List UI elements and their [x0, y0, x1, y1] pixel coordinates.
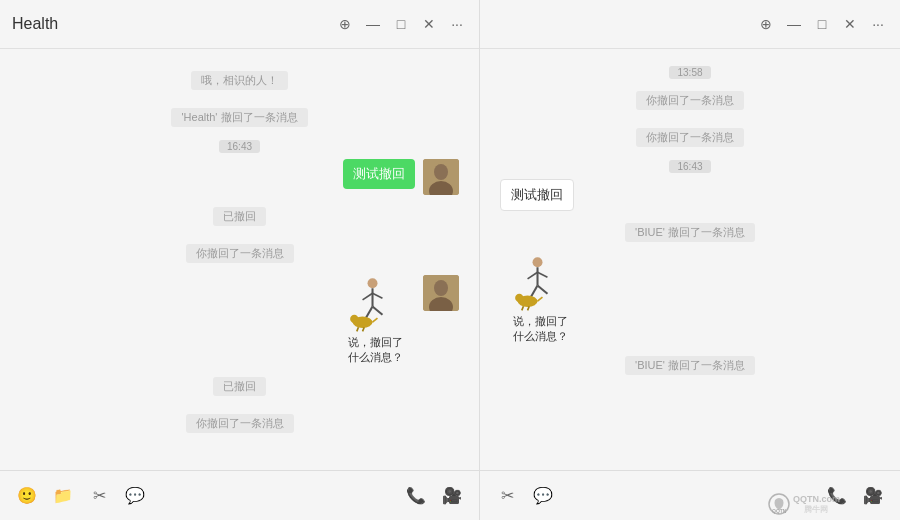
right-time-text-2: 16:43: [669, 160, 710, 173]
subtract-icon[interactable]: —: [363, 14, 383, 34]
right-emoji-icon[interactable]: 💬: [532, 485, 554, 507]
system-msg-5: 已撤回: [20, 371, 459, 402]
watermark-logo: QQTN QQTN.com 腾牛网: [767, 492, 840, 516]
svg-text:QQTN: QQTN: [772, 508, 787, 514]
right-panel: ⊕ — □ ✕ ··· 13:58 你撤回了一条消息 你撤回了一条消息 16:4…: [480, 0, 900, 520]
right-header-icons: ⊕ — □ ✕ ···: [756, 14, 888, 34]
svg-line-25: [538, 297, 543, 301]
svg-line-22: [538, 285, 548, 293]
svg-line-19: [528, 272, 538, 279]
more-icon[interactable]: ···: [447, 14, 467, 34]
right-close-icon[interactable]: ✕: [840, 14, 860, 34]
right-maximize-icon[interactable]: □: [812, 14, 832, 34]
right-subtract-icon[interactable]: —: [784, 14, 804, 34]
left-chat-title: Health: [12, 15, 58, 33]
sticker-content-right: 说，撤回了什么消息？: [335, 275, 415, 365]
right-sys-text-1: 你撤回了一条消息: [636, 91, 744, 110]
sticker-right-1: 说，撤回了什么消息？: [20, 275, 459, 365]
sticker-text-right: 说，撤回了什么消息？: [348, 335, 403, 365]
svg-line-7: [366, 306, 373, 318]
system-msg-6: 你撤回了一条消息: [20, 408, 459, 439]
maximize-icon[interactable]: □: [391, 14, 411, 34]
right-sys-text-3: 'BIUE' 撤回了一条消息: [625, 223, 755, 242]
svg-point-15: [434, 280, 448, 296]
right-sticker-left: 说，撤回了什么消息？: [500, 254, 880, 344]
system-msg-1: 哦，相识的人！: [20, 65, 459, 96]
left-toolbar-right: 📞 🎥: [405, 485, 463, 507]
watermark: QQTN QQTN.com 腾牛网: [767, 492, 840, 516]
svg-line-26: [522, 306, 524, 310]
right-time-2: 16:43: [500, 159, 880, 173]
folder-icon[interactable]: 📁: [52, 485, 74, 507]
svg-line-12: [357, 327, 359, 331]
left-header: Health ⊕ — □ ✕ ···: [0, 0, 479, 49]
system-text-4: 你撤回了一条消息: [186, 244, 294, 263]
watermark-name: 腾牛网: [804, 504, 828, 515]
svg-point-1: [434, 164, 448, 180]
right-sys-1: 你撤回了一条消息: [500, 85, 880, 116]
right-time-1: 13:58: [500, 65, 880, 79]
svg-point-24: [515, 294, 523, 302]
svg-line-5: [363, 293, 373, 300]
scissors-icon[interactable]: ✂: [88, 485, 110, 507]
phone-icon[interactable]: 📞: [405, 485, 427, 507]
right-time-text-1: 13:58: [669, 66, 710, 79]
pin-icon[interactable]: ⊕: [335, 14, 355, 34]
sticker-text-left: 说，撤回了什么消息？: [513, 314, 568, 344]
right-header: ⊕ — □ ✕ ···: [480, 0, 900, 49]
system-msg-2: 'Health' 撤回了一条消息: [20, 102, 459, 133]
time-text-1: 16:43: [219, 140, 260, 153]
svg-line-21: [531, 285, 538, 297]
system-text-5: 已撤回: [213, 377, 266, 396]
close-icon[interactable]: ✕: [419, 14, 439, 34]
system-text-1: 哦，相识的人！: [191, 71, 288, 90]
svg-line-20: [538, 272, 548, 277]
svg-line-8: [373, 306, 383, 314]
svg-point-10: [350, 315, 358, 323]
right-toolbar: ✂ 💬 📞 🎥 QQTN QQTN.com 腾牛网: [480, 470, 900, 520]
system-msg-4: 你撤回了一条消息: [20, 238, 459, 269]
bubble-right-1: 测试撤回: [343, 159, 415, 189]
system-msg-3: 已撤回: [20, 201, 459, 232]
chat-icon[interactable]: 💬: [124, 485, 146, 507]
video-icon[interactable]: 🎥: [441, 485, 463, 507]
avatar-right-1: [423, 159, 459, 195]
right-sys-2: 你撤回了一条消息: [500, 122, 880, 153]
bubble-left-1: 测试撤回: [500, 179, 574, 211]
system-text-3: 已撤回: [213, 207, 266, 226]
system-text-2: 'Health' 撤回了一条消息: [171, 108, 307, 127]
qqtn-logo-icon: QQTN: [767, 492, 791, 516]
system-text-6: 你撤回了一条消息: [186, 414, 294, 433]
right-more-icon[interactable]: ···: [868, 14, 888, 34]
msg-right-1: 测试撤回: [20, 159, 459, 195]
svg-point-17: [533, 257, 543, 267]
svg-line-6: [373, 293, 383, 298]
watermark-url: QQTN.com: [793, 494, 840, 504]
right-sys-text-2: 你撤回了一条消息: [636, 128, 744, 147]
time-stamp-1: 16:43: [20, 139, 459, 153]
left-panel: Health ⊕ — □ ✕ ··· 哦，相识的人！ 'Health' 撤回了一…: [0, 0, 480, 520]
right-sys-3: 'BIUE' 撤回了一条消息: [500, 217, 880, 248]
right-pin-icon[interactable]: ⊕: [756, 14, 776, 34]
right-sys-4: 'BIUE' 撤回了一条消息: [500, 350, 880, 381]
left-header-icons: ⊕ — □ ✕ ···: [335, 14, 467, 34]
right-sys-text-4: 'BIUE' 撤回了一条消息: [625, 356, 755, 375]
right-scissors-icon[interactable]: ✂: [496, 485, 518, 507]
right-video-icon[interactable]: 🎥: [862, 485, 884, 507]
sticker-content-left: 说，撤回了什么消息？: [500, 254, 580, 344]
emoji-icon[interactable]: 🙂: [16, 485, 38, 507]
svg-line-11: [373, 318, 378, 322]
left-chat-area: 哦，相识的人！ 'Health' 撤回了一条消息 16:43 测试撤回 已撤回: [0, 49, 479, 470]
avatar-sticker-right: [423, 275, 459, 311]
watermark-text: QQTN.com 腾牛网: [793, 494, 840, 515]
svg-point-3: [368, 278, 378, 288]
right-chat-area: 13:58 你撤回了一条消息 你撤回了一条消息 16:43 测试撤回 'BIUE…: [480, 49, 900, 470]
left-toolbar: 🙂 📁 ✂ 💬 📞 🎥: [0, 470, 479, 520]
right-msg-left-1: 测试撤回: [500, 179, 880, 211]
